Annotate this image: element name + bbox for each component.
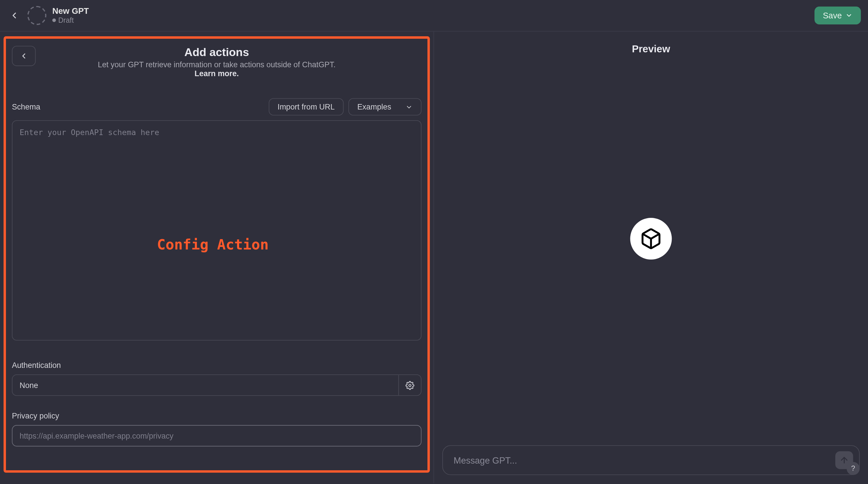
import-from-url-button[interactable]: Import from URL	[269, 98, 344, 116]
title-block: New GPT Draft	[52, 6, 89, 25]
import-url-label: Import from URL	[278, 102, 335, 111]
auth-section: Authentication None	[12, 361, 422, 396]
schema-input[interactable]	[12, 120, 422, 340]
panel-description: Let your GPT retrieve information or tak…	[12, 60, 422, 69]
message-row	[434, 445, 868, 483]
gpt-avatar-placeholder	[27, 6, 46, 25]
examples-label: Examples	[358, 102, 391, 111]
schema-controls: Import from URL Examples	[269, 98, 422, 116]
help-button[interactable]: ?	[846, 462, 860, 475]
auth-label: Authentication	[12, 361, 422, 370]
panel-head: Add actions Let your GPT retrieve inform…	[12, 46, 422, 78]
auth-settings-button[interactable]	[398, 375, 421, 395]
status-dot-icon	[52, 19, 56, 22]
chevron-down-icon	[406, 103, 413, 110]
message-box	[442, 445, 860, 475]
back-button[interactable]	[7, 8, 22, 23]
arrow-up-icon	[840, 455, 849, 465]
cube-icon	[640, 227, 662, 250]
status-label: Draft	[58, 16, 74, 25]
panel-title-block: Add actions Let your GPT retrieve inform…	[12, 46, 422, 78]
privacy-policy-input[interactable]	[12, 425, 422, 447]
gpt-status: Draft	[52, 16, 89, 25]
help-icon: ?	[851, 464, 855, 473]
message-input[interactable]	[454, 455, 835, 465]
auth-value: None	[12, 375, 398, 395]
examples-dropdown[interactable]: Examples	[348, 98, 422, 116]
gpt-name: New GPT	[52, 6, 89, 17]
header-left: New GPT Draft	[7, 6, 89, 25]
save-button[interactable]: Save	[815, 7, 861, 24]
config-pane: Add actions Let your GPT retrieve inform…	[0, 32, 434, 483]
chevron-down-icon	[845, 12, 852, 19]
panel-title: Add actions	[12, 46, 422, 59]
gpt-icon-badge	[630, 218, 672, 259]
preview-center	[434, 32, 868, 446]
learn-more-link[interactable]: Learn more.	[12, 69, 422, 78]
privacy-label: Privacy policy	[12, 411, 422, 420]
preview-pane: Preview ?	[434, 32, 868, 483]
schema-label: Schema	[12, 102, 40, 111]
privacy-section: Privacy policy	[12, 411, 422, 446]
gear-icon	[406, 381, 414, 390]
svg-point-0	[409, 384, 411, 386]
chevron-left-icon	[9, 11, 19, 20]
auth-field: None	[12, 374, 422, 396]
app-header: New GPT Draft Save	[0, 0, 868, 32]
save-button-label: Save	[823, 11, 842, 20]
actions-panel: Add actions Let your GPT retrieve inform…	[3, 36, 430, 473]
schema-header-row: Schema Import from URL Examples	[12, 98, 422, 116]
main-split: Add actions Let your GPT retrieve inform…	[0, 32, 868, 483]
